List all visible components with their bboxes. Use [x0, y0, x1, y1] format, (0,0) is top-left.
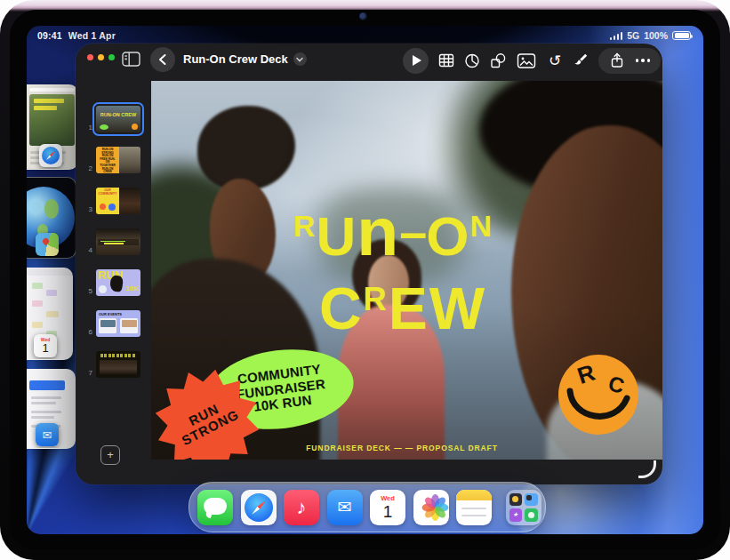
slide-thumbnail-1[interactable]: RUN-ON CREW [96, 106, 140, 132]
recent-app-maps[interactable] [27, 177, 76, 259]
table-icon [438, 52, 454, 68]
add-slide-label: + [107, 448, 114, 461]
play-button[interactable] [403, 48, 429, 74]
share-icon [610, 52, 624, 68]
app-library-icon [509, 493, 523, 507]
play-icon [413, 55, 421, 66]
calendar-weekday: Wed [381, 495, 395, 502]
window-resize-handle[interactable] [638, 460, 656, 478]
slide-thumbnail-row: 2 RUN-ON STRONG RUN-ON FREE RUN-ON TOGET… [81, 147, 140, 173]
dock-app-safari[interactable] [241, 490, 277, 525]
dock-app-messages[interactable] [197, 490, 233, 525]
slide-thumbnail-7[interactable] [96, 351, 140, 378]
media-button[interactable] [516, 52, 537, 68]
thumb-3-caption: OUR COMMUNITY [98, 189, 117, 196]
slide-navigator: 1 RUN-ON CREW 2 RUN-ON STRONG RUN-ON FRE… [76, 84, 151, 484]
slide-thumbnail-row: 6 OUR EVENTS [81, 310, 140, 337]
maps-icon [36, 233, 59, 256]
dock-app-library[interactable] [506, 490, 541, 525]
safari-icon [39, 144, 62, 167]
slide-number: 5 [81, 287, 92, 296]
chart-icon [464, 52, 480, 68]
document-title-label: Run-On Crew Deck [183, 52, 288, 66]
shapes-button[interactable] [490, 52, 506, 68]
dock-app-mail[interactable]: ✉ [327, 490, 363, 525]
thumb-1-caption: RUN-ON CREW [100, 112, 137, 117]
screen: 09:41 Wed 1 Apr 5G 100% [27, 26, 703, 534]
mini-webpage-hero [29, 94, 75, 146]
slide-number: 7 [81, 369, 92, 378]
back-chevron-icon [157, 53, 168, 66]
media-icon [517, 52, 536, 69]
status-bar-left: 09:41 Wed 1 Apr [37, 30, 116, 41]
network-label: 5G [627, 30, 639, 41]
status-bar-right: 5G 100% [610, 30, 691, 41]
dock-app-music[interactable]: ♪ [284, 490, 319, 525]
recent-app-safari[interactable] [27, 84, 78, 170]
calendar-day: 1 [383, 503, 393, 520]
slide-title[interactable]: RUn–ON CREW [293, 191, 493, 344]
slide-thumbnail-6[interactable]: OUR EVENTS [96, 310, 140, 337]
recent-app-mail[interactable]: ✉ [27, 369, 76, 449]
slide-thumbnail-row: 4 [81, 228, 140, 255]
mail-icon: ✉ [36, 423, 59, 446]
slide-number: 2 [81, 164, 92, 173]
undo-icon: ↺ [549, 53, 561, 68]
zoom-button[interactable] [108, 54, 115, 60]
thumb-6-caption: OUR EVENTS [99, 312, 122, 316]
recent-app-calendar[interactable]: Wed 1 [27, 268, 73, 360]
dock-app-notes[interactable] [456, 490, 492, 525]
format-brush-button[interactable] [573, 52, 589, 68]
slide-thumbnail-row: 3 OUR COMMUNITY [81, 188, 140, 214]
shapes-icon [490, 52, 506, 68]
slide-number: 3 [81, 205, 92, 214]
toolbar: ↺ [403, 47, 661, 74]
undo-button[interactable]: ↺ [547, 52, 563, 68]
device-frame: 09:41 Wed 1 Apr 5G 100% [0, 0, 730, 560]
slide-navigator-toggle-icon[interactable] [120, 51, 141, 68]
slide-thumbnail-4[interactable] [96, 228, 140, 255]
dock-app-calendar[interactable]: Wed 1 [370, 490, 405, 525]
slide-title-line-2: CREW [313, 264, 493, 344]
back-button[interactable] [150, 47, 175, 72]
add-slide-button[interactable]: + [100, 445, 120, 465]
slide-number: 4 [81, 246, 92, 255]
date: Wed 1 Apr [68, 30, 116, 41]
slide-number: 1 [81, 124, 92, 132]
slide-thumbnail-2[interactable]: RUN-ON STRONG RUN-ON FREE RUN-ON TOGETHE… [96, 147, 140, 173]
slide-number: 6 [81, 328, 92, 337]
minimize-button[interactable] [98, 54, 104, 60]
rc-smiley-sticker[interactable]: R C [557, 352, 640, 437]
document-title[interactable]: Run-On Crew Deck [183, 52, 307, 66]
safari-icon [245, 493, 273, 522]
share-button[interactable] [609, 52, 625, 68]
run-strong-sticker[interactable]: RUN STRONG [153, 367, 261, 460]
slide-thumbnail-row: 7 [81, 351, 140, 378]
mini-calendar-day: 1 [42, 342, 48, 354]
music-icon: ♪ [297, 496, 307, 519]
thumb-5-caption-2: 10K [125, 284, 139, 292]
slide-footer-text[interactable]: FUNDRAISER DECK — — PROPOSAL DRAFT [306, 444, 498, 452]
battery-percent: 100% [644, 30, 668, 41]
chevron-down-icon[interactable] [293, 52, 307, 66]
thumb-2-caption: RUN-ON STRONG RUN-ON FREE RUN-ON TOGETHE… [99, 148, 116, 173]
dock-app-photos[interactable] [413, 490, 449, 525]
more-button[interactable] [636, 59, 650, 61]
table-button[interactable] [438, 52, 454, 68]
dock: ♪ ✉ Wed 1 [189, 482, 546, 532]
clock: 09:41 [37, 30, 62, 41]
calendar-icon: Wed 1 [34, 334, 57, 357]
chart-button[interactable] [464, 52, 480, 68]
close-button[interactable] [87, 54, 93, 60]
slide-thumbnail-3[interactable]: OUR COMMUNITY [96, 188, 140, 214]
slide-thumbnail-row: 5 RUN 10K [81, 269, 140, 296]
mini-browser-toolbar [29, 88, 75, 92]
slide-canvas[interactable]: RUn–ON CREW COMMUNITY FUNDRAISER 10K RUN [151, 81, 662, 460]
slide-thumbnail-row: 1 RUN-ON CREW [81, 106, 140, 132]
slide-thumbnail-5[interactable]: RUN 10K [96, 269, 140, 296]
mail-icon: ✉ [338, 497, 352, 517]
mini-selected-message [29, 380, 65, 390]
format-brush-icon [573, 52, 589, 68]
photos-icon [418, 494, 445, 521]
window-controls [87, 54, 115, 60]
